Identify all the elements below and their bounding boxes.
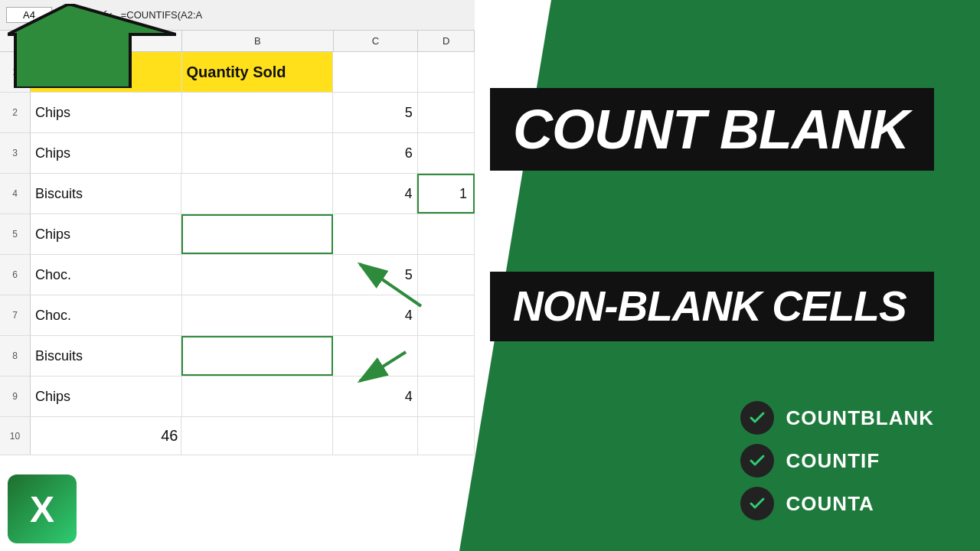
cell-d1[interactable] — [418, 52, 475, 92]
cell-c10[interactable] — [333, 417, 418, 455]
cell-d3[interactable] — [418, 133, 475, 173]
table-row: 2 Chips 5 — [0, 93, 475, 133]
row-number: 4 — [0, 174, 31, 214]
cell-b8[interactable] — [181, 336, 333, 376]
col-header-d[interactable]: D — [418, 31, 475, 51]
cell-b3[interactable] — [182, 133, 334, 173]
cell-b10[interactable] — [181, 417, 333, 455]
cell-d2[interactable] — [418, 93, 475, 132]
cell-b1[interactable]: Quantity Sold — [182, 52, 334, 92]
cell-c4[interactable]: 4 — [333, 174, 418, 214]
cell-b5[interactable] — [181, 214, 333, 254]
excel-letter: X — [30, 488, 54, 530]
cell-c6[interactable]: 5 — [333, 255, 418, 295]
cell-a4[interactable]: Biscuits — [31, 174, 181, 214]
spreadsheet-rows: 1 Product Quantity Sold 2 Chips 5 3 Chip… — [0, 52, 475, 455]
cell-a3[interactable]: Chips — [31, 133, 182, 173]
cell-b2[interactable] — [182, 93, 334, 132]
function-label-counta: COUNTA — [786, 492, 874, 516]
table-row: 7 Choc. 4 — [0, 295, 475, 336]
table-row: 8 Biscuits — [0, 336, 475, 377]
col-header-c[interactable]: C — [334, 31, 419, 51]
cell-c3[interactable]: 6 — [333, 133, 418, 173]
cell-a6[interactable]: Choc. — [31, 255, 182, 295]
cell-d4[interactable]: 1 — [417, 174, 475, 214]
cell-a7[interactable]: Choc. — [31, 295, 182, 335]
list-item: COUNTA — [740, 487, 934, 520]
count-blank-title: COUNT BLANK — [513, 102, 911, 157]
row-number: 3 — [0, 133, 31, 173]
row-number: 2 — [0, 93, 31, 132]
cell-b4[interactable] — [181, 174, 332, 214]
cell-c7[interactable]: 4 — [333, 295, 418, 335]
cell-c9[interactable]: 4 — [333, 377, 418, 416]
cell-d5[interactable] — [418, 214, 475, 254]
cell-a8[interactable]: Biscuits — [31, 336, 181, 376]
table-row: 4 Biscuits 4 1 — [0, 174, 475, 214]
check-icon-countif — [740, 444, 774, 478]
table-row: 9 Chips 4 — [0, 377, 475, 417]
table-row: 5 Chips — [0, 214, 475, 255]
cell-c2[interactable]: 5 — [333, 93, 418, 132]
function-label-countblank: COUNTBLANK — [786, 406, 934, 430]
cell-a10[interactable]: 46 — [31, 417, 181, 455]
table-row: 10 46 — [0, 417, 475, 455]
row-number: 10 — [0, 417, 31, 455]
check-icon-countblank — [740, 401, 774, 435]
cell-d8[interactable] — [418, 336, 475, 376]
cell-a5[interactable]: Chips — [31, 214, 181, 254]
row-number: 5 — [0, 214, 31, 254]
cell-d10[interactable] — [418, 417, 475, 455]
cell-d6[interactable] — [418, 255, 475, 295]
row-number: 9 — [0, 377, 31, 416]
excel-icon: X — [8, 474, 77, 543]
count-blank-title-box: COUNT BLANK — [490, 88, 934, 171]
cell-c1[interactable] — [333, 52, 418, 92]
cell-c5[interactable] — [333, 214, 418, 254]
non-blank-cells-title: NON-BLANK CELLS — [513, 285, 911, 328]
cell-b9[interactable] — [182, 377, 334, 416]
cell-a2[interactable]: Chips — [31, 93, 182, 132]
table-row: 3 Chips 6 — [0, 133, 475, 174]
cell-a9[interactable]: Chips — [31, 377, 182, 416]
check-icon-counta — [740, 487, 774, 520]
cell-d7[interactable] — [418, 295, 475, 335]
non-blank-cells-title-box: NON-BLANK CELLS — [490, 272, 934, 341]
row-number: 7 — [0, 295, 31, 335]
function-list: COUNTBLANK COUNTIF COUNTA — [740, 401, 934, 520]
list-item: COUNTBLANK — [740, 401, 934, 435]
cell-d9[interactable] — [418, 377, 475, 416]
function-label-countif: COUNTIF — [786, 449, 880, 473]
cell-b7[interactable] — [182, 295, 334, 335]
col-header-b[interactable]: B — [182, 31, 334, 51]
list-item: COUNTIF — [740, 444, 934, 478]
cell-b6[interactable] — [182, 255, 334, 295]
cell-c8[interactable] — [333, 336, 418, 376]
row-number: 8 — [0, 336, 31, 376]
big-arrow-icon — [8, 4, 176, 88]
row-number: 6 — [0, 255, 31, 295]
svg-marker-0 — [8, 4, 176, 88]
table-row: 6 Choc. 5 — [0, 255, 475, 295]
